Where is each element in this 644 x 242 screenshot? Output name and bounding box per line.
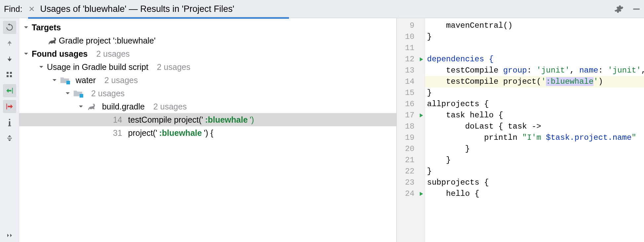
line-number: 21: [397, 155, 418, 166]
line-number: 13: [397, 65, 418, 76]
chevron-down-icon: [22, 24, 30, 31]
usage-occurrence[interactable]: 31 project(':bluewhale') {: [19, 126, 396, 139]
chevron-down-icon: [22, 50, 30, 57]
code-line[interactable]: }: [425, 166, 644, 177]
group-by-icon[interactable]: [3, 68, 16, 81]
code-line[interactable]: }: [425, 31, 644, 43]
code-line[interactable]: testCompile group: 'junit', name: 'junit…: [425, 65, 644, 76]
usage-group-label: Usage in Gradle build script: [47, 62, 148, 72]
editor-gutter: 9101112131415161718192021222324: [397, 18, 418, 242]
svg-rect-3: [7, 72, 9, 74]
find-tab-title[interactable]: Usages of 'bluewhale' — Results in 'Proj…: [40, 4, 234, 14]
tree-node-subfolder[interactable]: 2 usages: [19, 87, 396, 100]
fold-marker: [418, 121, 425, 132]
find-label: Find:: [4, 4, 22, 14]
module-count: 2 usages: [104, 76, 138, 85]
code-line[interactable]: subprojects {: [425, 177, 644, 188]
fold-marker: [418, 20, 425, 31]
code-line[interactable]: mavenCentral(): [425, 20, 644, 31]
line-number: 19: [397, 132, 418, 143]
expand-all-icon[interactable]: [3, 132, 16, 145]
tree-node-targets[interactable]: Targets: [19, 21, 396, 34]
targets-label: Targets: [32, 23, 61, 32]
usage-occurrence[interactable]: 14 testCompile project(':bluewhale'): [19, 113, 396, 126]
usage-text-suffix: ') {: [204, 128, 213, 138]
svg-rect-1: [9, 43, 10, 45]
code-line[interactable]: allprojects {: [425, 99, 644, 110]
target-item-label: Gradle project ':bluewhale': [59, 36, 156, 45]
more-icon[interactable]: [3, 229, 16, 242]
line-number: 18: [397, 121, 418, 132]
usage-line-number: 14: [113, 115, 122, 125]
svg-rect-12: [7, 138, 12, 138]
code-line[interactable]: }: [425, 143, 644, 155]
merge-up-icon[interactable]: [3, 100, 16, 113]
tree-node-file[interactable]: build.gradle 2 usages: [19, 100, 396, 113]
folder-icon: [73, 90, 83, 97]
minimize-icon[interactable]: [632, 5, 641, 13]
next-occurrence-icon[interactable]: [3, 52, 16, 66]
editor-fold-column: [418, 18, 425, 242]
fold-marker: [418, 65, 425, 76]
fold-marker[interactable]: [418, 110, 425, 121]
chevron-down-icon: [64, 90, 71, 97]
merge-down-icon[interactable]: [3, 84, 16, 97]
found-usages-count: 2 usages: [96, 49, 129, 59]
info-icon[interactable]: [3, 116, 16, 129]
line-number: 16: [397, 99, 418, 110]
module-name: water: [76, 76, 96, 85]
gear-icon[interactable]: [614, 4, 624, 14]
line-number: 24: [397, 188, 418, 199]
code-line[interactable]: println "I'm $task.project.name": [425, 132, 644, 143]
line-number: 17: [397, 110, 418, 121]
fold-marker: [418, 87, 425, 99]
tree-node-usage-group[interactable]: Usage in Gradle build script 2 usages: [19, 60, 396, 74]
fold-marker: [418, 143, 425, 155]
rerun-icon[interactable]: [3, 21, 16, 34]
svg-rect-8: [6, 104, 7, 109]
file-count: 2 usages: [153, 102, 187, 111]
close-tab-icon[interactable]: [29, 6, 34, 12]
prev-occurrence-icon[interactable]: [3, 37, 16, 50]
fold-marker[interactable]: [418, 54, 425, 65]
line-number: 9: [397, 20, 418, 31]
svg-rect-7: [12, 88, 13, 93]
usage-group-count: 2 usages: [157, 62, 190, 72]
code-line[interactable]: doLast { task ->: [425, 121, 644, 132]
code-line[interactable]: hello {: [425, 188, 644, 199]
code-line[interactable]: [425, 43, 644, 54]
svg-rect-2: [9, 57, 10, 59]
code-line[interactable]: task hello {: [425, 110, 644, 121]
module-folder-icon: [60, 76, 69, 84]
fold-marker: [418, 99, 425, 110]
code-line[interactable]: dependencies {: [425, 54, 644, 65]
usage-line-number: 31: [113, 128, 122, 138]
editor-code[interactable]: mavenCentral()}dependencies { testCompil…: [425, 18, 644, 242]
line-number: 11: [397, 43, 418, 54]
line-number: 14: [397, 76, 418, 87]
line-number: 12: [397, 54, 418, 65]
chevron-down-icon: [51, 76, 58, 84]
file-name: build.gradle: [102, 102, 145, 111]
line-number: 15: [397, 87, 418, 99]
code-line[interactable]: }: [425, 87, 644, 99]
svg-rect-6: [10, 75, 12, 77]
code-line[interactable]: }: [425, 155, 644, 166]
fold-marker: [418, 155, 425, 166]
fold-marker[interactable]: [418, 188, 425, 199]
tree-node-found-usages[interactable]: Found usages 2 usages: [19, 47, 396, 60]
fold-marker: [418, 76, 425, 87]
chevron-down-icon: [38, 63, 45, 71]
svg-rect-5: [7, 75, 9, 77]
tree-node-target-item[interactable]: Gradle project ':bluewhale': [19, 34, 396, 47]
fold-marker: [418, 177, 425, 188]
svg-rect-11: [8, 126, 11, 126]
tree-node-module[interactable]: water 2 usages: [19, 74, 396, 87]
svg-point-9: [9, 119, 10, 120]
active-tab-indicator: [28, 17, 289, 19]
editor-preview: 9101112131415161718192021222324 mavenCen…: [396, 18, 644, 242]
fold-marker: [418, 31, 425, 43]
code-line[interactable]: testCompile project(':bluewhale'): [425, 76, 644, 87]
usage-text-prefix: project(': [128, 128, 157, 138]
find-toolbar: [0, 18, 19, 242]
